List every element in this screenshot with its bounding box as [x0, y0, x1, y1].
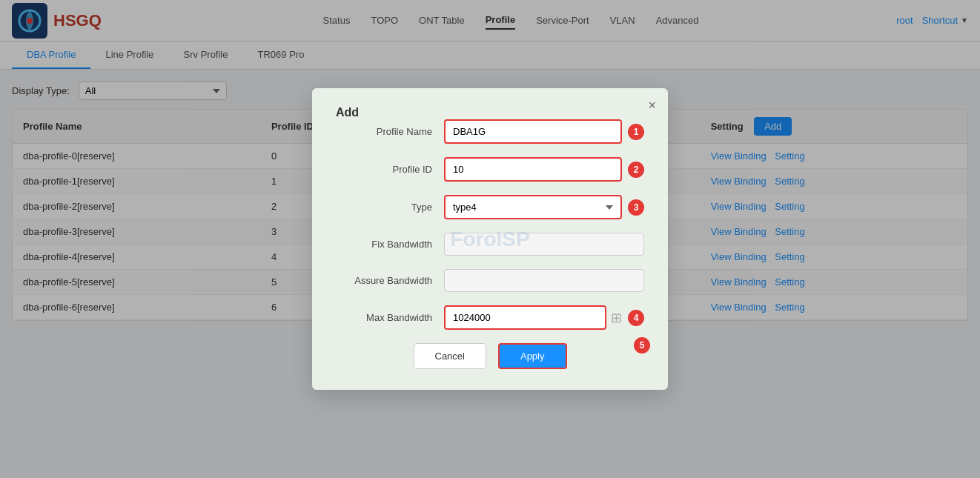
fix-bandwidth-input[interactable] [444, 233, 644, 256]
form-row-type: Type type1 type2 type3 type4 3 [336, 195, 644, 219]
form-row-profile-id: Profile ID 2 [336, 157, 644, 182]
fix-bandwidth-label: Fix Bandwidth [336, 239, 432, 250]
form-row-fix-bandwidth: Fix Bandwidth [336, 233, 644, 256]
profile-id-wrap: 2 [444, 157, 644, 182]
assure-bandwidth-label: Assure Bandwidth [336, 275, 432, 286]
max-bw-icon: ⊞ [611, 310, 622, 326]
type-wrap: type1 type2 type3 type4 3 [444, 195, 644, 219]
profile-name-input[interactable] [444, 119, 622, 144]
profile-name-label: Profile Name [336, 126, 432, 137]
profile-name-wrap: 1 [444, 119, 644, 144]
form-row-profile-name: Profile Name 1 [336, 119, 644, 144]
max-bandwidth-label: Max Bandwidth [336, 312, 432, 323]
profile-id-label: Profile ID [336, 164, 432, 175]
max-bandwidth-input[interactable] [444, 305, 606, 330]
type-label: Type [336, 202, 432, 213]
step-badge-3: 3 [628, 199, 644, 216]
type-select[interactable]: type1 type2 type3 type4 [444, 195, 622, 219]
step-badge-2: 2 [628, 162, 644, 178]
form-row-max-bandwidth: Max Bandwidth ⊞ 4 [336, 305, 644, 330]
modal-overlay: Add × ForoISP Profile Name 1 Profile ID … [0, 0, 980, 333]
modal-close-button[interactable]: × [648, 99, 656, 112]
max-bandwidth-wrap: ⊞ 4 [444, 305, 644, 330]
profile-id-input[interactable] [444, 157, 622, 182]
modal-title: Add [336, 106, 359, 119]
assure-bandwidth-input[interactable] [444, 269, 644, 292]
form-row-assure-bandwidth: Assure Bandwidth [336, 269, 644, 292]
step-badge-1: 1 [628, 124, 644, 140]
add-modal: Add × ForoISP Profile Name 1 Profile ID … [312, 88, 668, 333]
step-badge-4: 4 [628, 310, 644, 326]
